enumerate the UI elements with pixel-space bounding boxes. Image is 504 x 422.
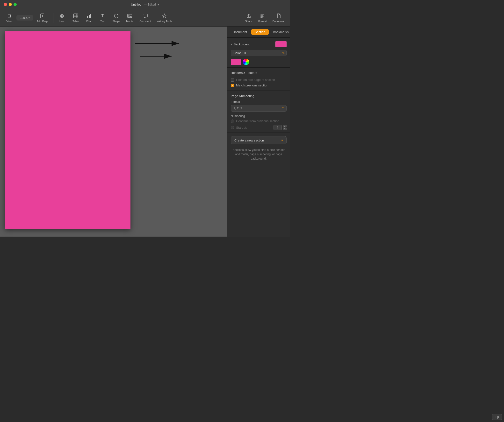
format-select[interactable]: 1, 2, 3 i, ii, iii I, II, III a, b, c	[231, 105, 287, 112]
toolbar-label-comment: Comment	[139, 20, 151, 23]
arrow-indicator-2	[140, 53, 176, 61]
svg-rect-12	[87, 16, 88, 18]
toolbar-label-shape: Shape	[112, 20, 120, 23]
insert-icon	[59, 13, 65, 19]
background-section-header: ▾ Background	[231, 41, 287, 47]
start-at-radio[interactable]	[231, 126, 234, 129]
create-section-description: Sections allow you to start a new header…	[227, 148, 290, 164]
svg-rect-18	[143, 14, 147, 17]
create-section-arrow-icon: ▾	[281, 138, 283, 142]
svg-rect-6	[63, 16, 64, 18]
toolbar-label-media: Media	[126, 20, 133, 23]
stepper-down-arrow[interactable]: ▼	[283, 128, 287, 130]
start-at-row: Start at: 1 ▲ ▼	[231, 125, 287, 130]
stepper-up-arrow[interactable]: ▲	[283, 125, 287, 127]
fill-type-select-wrapper: Color Fill Gradient Fill Image Fill No F…	[231, 50, 287, 56]
window-title: Untitled — Edited ▾	[131, 3, 159, 6]
toolbar-item-add-page[interactable]: Add Page	[34, 12, 51, 24]
create-section-label: Create a new section	[234, 139, 264, 142]
start-at-label: Start at:	[236, 126, 247, 129]
swatch-row	[231, 59, 287, 65]
toolbar-item-table[interactable]: Table	[69, 12, 82, 24]
format-icon	[259, 13, 265, 19]
toolbar-label-share: Share	[245, 20, 252, 23]
svg-rect-7	[73, 14, 78, 18]
hide-first-page-checkbox[interactable]	[231, 78, 234, 82]
toolbar-label-text: Text	[100, 20, 105, 23]
format-label: Format	[231, 100, 287, 104]
match-previous-row: Match previous section	[231, 83, 287, 88]
numbering-label: Numbering	[231, 114, 287, 118]
hide-first-page-row: Hide on first page of section	[231, 77, 287, 83]
chevron-down-icon: ▾	[29, 16, 30, 19]
zoom-value: 125%	[20, 16, 28, 20]
sidebar: Document Section Bookmarks ▾ Background …	[227, 27, 290, 237]
tab-bookmarks[interactable]: Bookmarks	[270, 29, 290, 35]
minimize-button[interactable]	[9, 3, 12, 6]
toolbar-item-writing-tools[interactable]: Writing Tools	[154, 12, 174, 24]
titlebar: Untitled — Edited ▾	[0, 0, 290, 9]
view-icon: ⊡	[6, 13, 12, 19]
toolbar-item-comment[interactable]: Comment	[137, 12, 153, 24]
continue-from-previous-label: Continue from previous section	[236, 119, 279, 123]
toolbar-item-format[interactable]: Format	[256, 12, 269, 24]
toolbar-item-share[interactable]: Share	[242, 12, 255, 24]
toolbar-label-table: Table	[72, 20, 79, 23]
create-section-button[interactable]: Create a new section ▾	[231, 136, 287, 144]
match-previous-checkbox[interactable]	[231, 84, 234, 87]
toolbar-item-shape[interactable]: Shape	[110, 12, 122, 24]
continue-from-previous-row: Continue from previous section	[231, 119, 287, 123]
toolbar-label-insert: Insert	[59, 20, 66, 23]
headers-footers-title: Headers & Footers	[231, 71, 287, 75]
start-at-stepper: 1 ▲ ▼	[274, 125, 287, 130]
toolbar-label-document: Document	[273, 20, 285, 23]
traffic-lights	[4, 3, 17, 6]
add-page-icon	[40, 13, 45, 19]
comment-icon	[142, 13, 148, 19]
canvas-area	[0, 27, 227, 237]
toolbar-separator-1	[53, 13, 53, 23]
shape-icon	[113, 13, 119, 19]
toolbar-item-zoom[interactable]: 125% ▾	[16, 15, 33, 21]
document-icon	[276, 13, 281, 19]
toolbar-item-document[interactable]: Document	[270, 12, 287, 24]
background-color-swatch[interactable]	[275, 41, 287, 47]
create-section-area: Create a new section ▾ Sections allow yo…	[227, 133, 290, 164]
color-swatch-small[interactable]	[231, 59, 241, 65]
toolbar-label-writing-tools: Writing Tools	[157, 20, 172, 23]
sidebar-tabs: Document Section Bookmarks	[227, 27, 290, 38]
tab-section[interactable]: Section	[251, 29, 268, 35]
stepper-arrows: ▲ ▼	[283, 125, 287, 130]
color-wheel-button[interactable]	[243, 59, 249, 65]
share-icon	[246, 13, 252, 19]
svg-rect-13	[89, 15, 90, 18]
toolbar-item-insert[interactable]: Insert	[56, 12, 68, 24]
numbering-radio-group: Continue from previous section Start at:…	[231, 119, 287, 130]
svg-rect-14	[90, 14, 91, 18]
start-at-value: 1	[274, 125, 282, 130]
headers-footers-section: Headers & Footers Hide on first page of …	[227, 68, 290, 91]
color-fill-row: Color Fill Gradient Fill Image Fill No F…	[231, 50, 287, 56]
svg-rect-16	[128, 14, 132, 18]
background-title: ▾ Background	[231, 42, 250, 46]
toolbar-item-text[interactable]: T Text	[96, 12, 109, 24]
toolbar-item-media[interactable]: Media	[123, 12, 136, 24]
continue-from-previous-radio[interactable]	[231, 120, 234, 123]
text-icon: T	[100, 13, 106, 19]
tab-document[interactable]: Document	[229, 29, 250, 35]
arrow-indicator-1	[135, 40, 184, 48]
chevron-down-icon: ▾	[231, 43, 232, 46]
page-numbering-title: Page Numbering	[231, 94, 287, 98]
format-select-wrapper: 1, 2, 3 i, ii, iii I, II, III a, b, c	[231, 105, 287, 112]
chart-icon	[86, 13, 92, 19]
table-icon	[73, 13, 79, 19]
svg-rect-4	[63, 14, 64, 15]
toolbar-label-format: Format	[258, 20, 267, 23]
writing-tools-icon	[161, 13, 167, 19]
fullscreen-button[interactable]	[14, 3, 17, 6]
fill-type-select[interactable]: Color Fill Gradient Fill Image Fill No F…	[231, 50, 287, 56]
close-button[interactable]	[4, 3, 7, 6]
svg-point-15	[114, 14, 118, 18]
toolbar-item-view[interactable]: ⊡ View	[3, 12, 15, 24]
toolbar-item-chart[interactable]: Chart	[83, 12, 95, 24]
